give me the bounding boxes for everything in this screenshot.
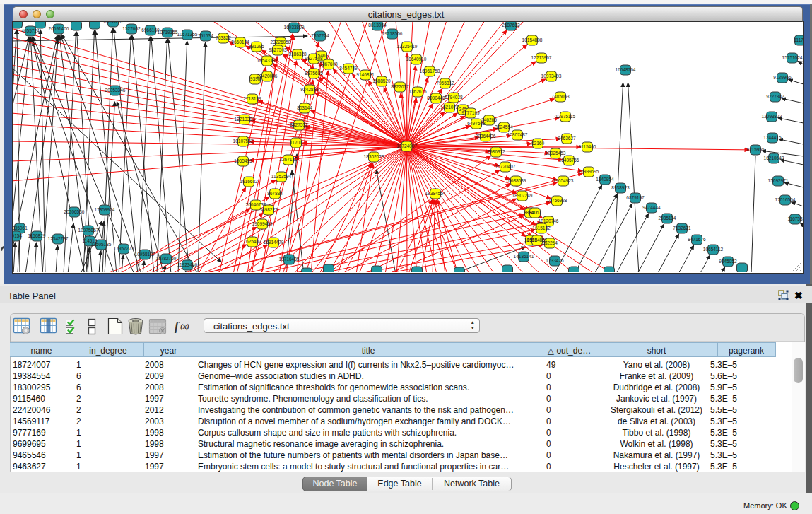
svg-text:763822: 763822 — [216, 35, 231, 40]
svg-text:12975115: 12975115 — [555, 114, 576, 119]
svg-text:19099469: 19099469 — [252, 221, 273, 226]
svg-text:12342737: 12342737 — [48, 236, 69, 241]
svg-text:7485063: 7485063 — [551, 94, 570, 99]
svg-text:16648764: 16648764 — [616, 67, 636, 72]
svg-text:2935114: 2935114 — [659, 216, 676, 221]
svg-text:803144: 803144 — [297, 105, 312, 110]
svg-text:3267130: 3267130 — [279, 157, 298, 162]
svg-text:16961758: 16961758 — [420, 69, 440, 74]
svg-text:8215955: 8215955 — [746, 147, 765, 152]
svg-text:8660124: 8660124 — [231, 40, 249, 45]
svg-text:867834: 867834 — [267, 191, 283, 196]
svg-text:23420046: 23420046 — [257, 74, 278, 78]
svg-text:11700: 11700 — [290, 140, 302, 145]
svg-text:10543382: 10543382 — [257, 58, 278, 63]
svg-text:9245052: 9245052 — [719, 259, 737, 264]
svg-text:9146821: 9146821 — [356, 72, 375, 77]
svg-text:10958107: 10958107 — [135, 252, 155, 257]
svg-text:20364436: 20364436 — [476, 134, 496, 139]
svg-text:7625402: 7625402 — [243, 239, 261, 244]
svg-text:11353594: 11353594 — [271, 174, 292, 179]
svg-text:7357224: 7357224 — [311, 33, 329, 38]
svg-text:9227342: 9227342 — [766, 94, 784, 99]
svg-text:18302023: 18302023 — [364, 154, 384, 159]
svg-text:2367608: 2367608 — [319, 62, 338, 66]
svg-text:9115460: 9115460 — [579, 144, 596, 149]
svg-text:16914479: 16914479 — [264, 240, 284, 245]
svg-text:16033809: 16033809 — [284, 25, 305, 30]
svg-text:6794028: 6794028 — [445, 95, 463, 100]
svg-text:17359924: 17359924 — [95, 207, 115, 212]
svg-text:9129966: 9129966 — [773, 75, 792, 80]
svg-text:39154: 39154 — [13, 233, 22, 238]
svg-text:7986372: 7986372 — [487, 149, 505, 154]
svg-text:10025453: 10025453 — [546, 151, 566, 156]
svg-text:10807487: 10807487 — [507, 132, 528, 137]
svg-text:11173: 11173 — [794, 37, 803, 42]
svg-text:20046738: 20046738 — [246, 202, 266, 207]
svg-text:1621072: 1621072 — [440, 105, 459, 110]
svg-text:751534: 751534 — [198, 33, 213, 38]
svg-text:8186328: 8186328 — [288, 52, 307, 57]
svg-text:8813054: 8813054 — [368, 23, 387, 28]
svg-text:10653267: 10653267 — [103, 22, 124, 24]
svg-text:335061: 335061 — [13, 226, 28, 230]
svg-text:12093873: 12093873 — [762, 114, 782, 119]
svg-text:16210643: 16210643 — [764, 156, 784, 160]
svg-text:546: 546 — [318, 53, 326, 58]
svg-text:10688639: 10688639 — [506, 178, 526, 183]
svg-text:8375685: 8375685 — [305, 71, 323, 76]
svg-text:4055724: 4055724 — [21, 28, 40, 33]
svg-text:10107552: 10107552 — [233, 139, 254, 144]
svg-text:13325419: 13325419 — [397, 44, 418, 49]
svg-text:9474444: 9474444 — [642, 205, 661, 210]
svg-text:19384554: 19384554 — [425, 191, 446, 196]
svg-text:9242848: 9242848 — [300, 87, 319, 92]
svg-text:1615132: 1615132 — [532, 226, 551, 230]
svg-text:18907249: 18907249 — [512, 193, 533, 198]
svg-text:10654112: 10654112 — [703, 247, 724, 252]
svg-text:18724007: 18724007 — [396, 144, 417, 148]
svg-text:9463627: 9463627 — [558, 136, 576, 141]
svg-text:8471676: 8471676 — [688, 237, 706, 242]
svg-text:20206536: 20206536 — [64, 209, 85, 214]
svg-text:10671355: 10671355 — [177, 32, 198, 37]
svg-text:1733426: 1733426 — [546, 258, 564, 263]
svg-text:12213383: 12213383 — [235, 117, 255, 122]
svg-text:12505135: 12505135 — [91, 242, 112, 247]
svg-text:891295: 891295 — [249, 44, 264, 49]
svg-text:1916682: 1916682 — [240, 179, 258, 184]
svg-text:10154808: 10154808 — [522, 37, 543, 42]
svg-text:19218506: 19218506 — [382, 31, 403, 36]
svg-text:1244415: 1244415 — [763, 135, 782, 140]
svg-text:23226058: 23226058 — [271, 40, 291, 45]
svg-text:2687682: 2687682 — [502, 23, 520, 28]
svg-text:19716485: 19716485 — [279, 257, 300, 262]
svg-text:8938923: 8938923 — [611, 185, 630, 190]
svg-text:8822037: 8822037 — [391, 84, 409, 89]
svg-text:14136141: 14136141 — [514, 254, 534, 259]
svg-text:16782759: 16782759 — [156, 256, 177, 261]
svg-text:18120746: 18120746 — [539, 218, 559, 223]
svg-text:7955812: 7955812 — [436, 81, 454, 86]
svg-text:6497508: 6497508 — [467, 121, 486, 126]
svg-text:8427552: 8427552 — [290, 122, 308, 127]
svg-text:(x): (x) — [180, 322, 189, 331]
svg-text:6879197: 6879197 — [626, 195, 645, 200]
svg-text:16495756: 16495756 — [559, 158, 579, 163]
svg-text:f: f — [175, 320, 180, 333]
svg-text:9777169: 9777169 — [461, 110, 480, 115]
svg-text:84067: 84067 — [529, 210, 541, 215]
svg-text:18640910: 18640910 — [406, 57, 427, 62]
svg-text:9827503: 9827503 — [269, 47, 287, 52]
svg-text:1527602: 1527602 — [122, 26, 141, 31]
svg-text:8454749: 8454749 — [339, 66, 358, 71]
svg-text:116753: 116753 — [787, 216, 803, 221]
svg-text:1156829: 1156829 — [28, 233, 46, 238]
svg-text:1588520: 1588520 — [372, 78, 391, 83]
svg-text:10975867: 10975867 — [78, 228, 99, 233]
svg-text:17016504: 17016504 — [775, 197, 796, 202]
svg-text:12213967: 12213967 — [531, 55, 552, 60]
svg-text:252254: 252254 — [542, 240, 558, 245]
svg-text:17957273: 17957273 — [114, 246, 134, 251]
